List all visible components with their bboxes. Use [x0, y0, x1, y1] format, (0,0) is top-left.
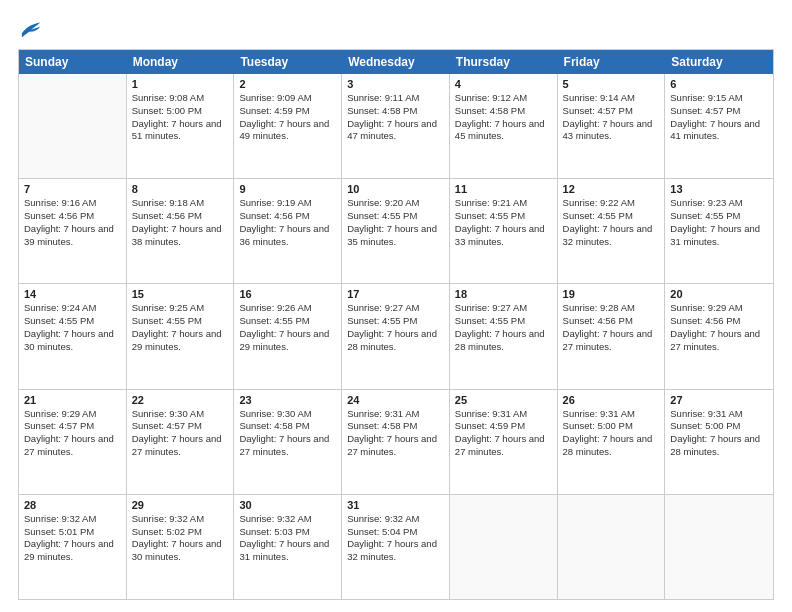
day-number: 21 — [24, 394, 121, 406]
day-number: 28 — [24, 499, 121, 511]
cell-info-line: Daylight: 7 hours and 27 minutes. — [239, 433, 336, 459]
calendar-cell: 6Sunrise: 9:15 AMSunset: 4:57 PMDaylight… — [665, 74, 773, 178]
cell-info-line: Sunset: 4:55 PM — [347, 315, 444, 328]
cell-info-line: Sunrise: 9:28 AM — [563, 302, 660, 315]
cell-info-line: Sunrise: 9:24 AM — [24, 302, 121, 315]
day-number: 19 — [563, 288, 660, 300]
day-number: 20 — [670, 288, 768, 300]
cell-info-line: Sunrise: 9:21 AM — [455, 197, 552, 210]
day-number: 27 — [670, 394, 768, 406]
cell-info-line: Daylight: 7 hours and 28 minutes. — [563, 433, 660, 459]
calendar-cell: 26Sunrise: 9:31 AMSunset: 5:00 PMDayligh… — [558, 390, 666, 494]
calendar-cell: 30Sunrise: 9:32 AMSunset: 5:03 PMDayligh… — [234, 495, 342, 599]
calendar-cell: 19Sunrise: 9:28 AMSunset: 4:56 PMDayligh… — [558, 284, 666, 388]
cell-info-line: Sunset: 4:55 PM — [670, 210, 768, 223]
day-number: 30 — [239, 499, 336, 511]
cell-info-line: Sunrise: 9:12 AM — [455, 92, 552, 105]
day-number: 25 — [455, 394, 552, 406]
cell-info-line: Sunset: 4:56 PM — [24, 210, 121, 223]
calendar-cell: 27Sunrise: 9:31 AMSunset: 5:00 PMDayligh… — [665, 390, 773, 494]
calendar-cell: 14Sunrise: 9:24 AMSunset: 4:55 PMDayligh… — [19, 284, 127, 388]
week-row-4: 21Sunrise: 9:29 AMSunset: 4:57 PMDayligh… — [19, 390, 773, 495]
day-number: 26 — [563, 394, 660, 406]
day-of-week-sunday: Sunday — [19, 50, 127, 74]
cell-info-line: Sunrise: 9:32 AM — [132, 513, 229, 526]
cell-info-line: Sunset: 4:56 PM — [132, 210, 229, 223]
cell-info-line: Sunset: 4:58 PM — [455, 105, 552, 118]
cell-info-line: Sunrise: 9:31 AM — [563, 408, 660, 421]
day-number: 8 — [132, 183, 229, 195]
day-number: 14 — [24, 288, 121, 300]
calendar-cell: 21Sunrise: 9:29 AMSunset: 4:57 PMDayligh… — [19, 390, 127, 494]
cell-info-line: Sunrise: 9:31 AM — [455, 408, 552, 421]
calendar-cell — [450, 495, 558, 599]
calendar: SundayMondayTuesdayWednesdayThursdayFrid… — [18, 49, 774, 600]
cell-info-line: Sunset: 5:02 PM — [132, 526, 229, 539]
calendar-cell: 20Sunrise: 9:29 AMSunset: 4:56 PMDayligh… — [665, 284, 773, 388]
week-row-5: 28Sunrise: 9:32 AMSunset: 5:01 PMDayligh… — [19, 495, 773, 599]
cell-info-line: Sunrise: 9:20 AM — [347, 197, 444, 210]
day-of-week-wednesday: Wednesday — [342, 50, 450, 74]
cell-info-line: Sunset: 4:55 PM — [347, 210, 444, 223]
cell-info-line: Daylight: 7 hours and 29 minutes. — [239, 328, 336, 354]
day-number: 22 — [132, 394, 229, 406]
cell-info-line: Sunrise: 9:31 AM — [670, 408, 768, 421]
cell-info-line: Sunrise: 9:31 AM — [347, 408, 444, 421]
calendar-cell: 2Sunrise: 9:09 AMSunset: 4:59 PMDaylight… — [234, 74, 342, 178]
day-number: 12 — [563, 183, 660, 195]
cell-info-line: Sunrise: 9:14 AM — [563, 92, 660, 105]
cell-info-line: Daylight: 7 hours and 36 minutes. — [239, 223, 336, 249]
calendar-cell: 24Sunrise: 9:31 AMSunset: 4:58 PMDayligh… — [342, 390, 450, 494]
day-number: 2 — [239, 78, 336, 90]
cell-info-line: Daylight: 7 hours and 27 minutes. — [347, 433, 444, 459]
cell-info-line: Daylight: 7 hours and 30 minutes. — [24, 328, 121, 354]
cell-info-line: Sunset: 4:57 PM — [670, 105, 768, 118]
calendar-header: SundayMondayTuesdayWednesdayThursdayFrid… — [19, 50, 773, 74]
week-row-2: 7Sunrise: 9:16 AMSunset: 4:56 PMDaylight… — [19, 179, 773, 284]
cell-info-line: Daylight: 7 hours and 29 minutes. — [24, 538, 121, 564]
day-number: 4 — [455, 78, 552, 90]
day-number: 11 — [455, 183, 552, 195]
cell-info-line: Sunset: 4:56 PM — [670, 315, 768, 328]
cell-info-line: Daylight: 7 hours and 28 minutes. — [670, 433, 768, 459]
cell-info-line: Sunrise: 9:09 AM — [239, 92, 336, 105]
logo-text — [18, 18, 42, 39]
cell-info-line: Sunrise: 9:29 AM — [24, 408, 121, 421]
calendar-cell: 7Sunrise: 9:16 AMSunset: 4:56 PMDaylight… — [19, 179, 127, 283]
day-number: 31 — [347, 499, 444, 511]
calendar-cell: 9Sunrise: 9:19 AMSunset: 4:56 PMDaylight… — [234, 179, 342, 283]
day-number: 1 — [132, 78, 229, 90]
cell-info-line: Sunset: 4:56 PM — [563, 315, 660, 328]
cell-info-line: Sunrise: 9:32 AM — [24, 513, 121, 526]
cell-info-line: Sunset: 5:01 PM — [24, 526, 121, 539]
calendar-cell: 18Sunrise: 9:27 AMSunset: 4:55 PMDayligh… — [450, 284, 558, 388]
calendar-cell: 11Sunrise: 9:21 AMSunset: 4:55 PMDayligh… — [450, 179, 558, 283]
cell-info-line: Sunset: 5:00 PM — [132, 105, 229, 118]
cell-info-line: Sunrise: 9:18 AM — [132, 197, 229, 210]
day-number: 10 — [347, 183, 444, 195]
calendar-cell: 3Sunrise: 9:11 AMSunset: 4:58 PMDaylight… — [342, 74, 450, 178]
cell-info-line: Sunset: 4:55 PM — [563, 210, 660, 223]
calendar-cell: 1Sunrise: 9:08 AMSunset: 5:00 PMDaylight… — [127, 74, 235, 178]
cell-info-line: Daylight: 7 hours and 45 minutes. — [455, 118, 552, 144]
cell-info-line: Daylight: 7 hours and 31 minutes. — [670, 223, 768, 249]
calendar-cell — [665, 495, 773, 599]
calendar-cell: 12Sunrise: 9:22 AMSunset: 4:55 PMDayligh… — [558, 179, 666, 283]
cell-info-line: Daylight: 7 hours and 27 minutes. — [132, 433, 229, 459]
cell-info-line: Sunrise: 9:15 AM — [670, 92, 768, 105]
cell-info-line: Sunrise: 9:27 AM — [347, 302, 444, 315]
cell-info-line: Sunset: 4:57 PM — [132, 420, 229, 433]
cell-info-line: Sunrise: 9:30 AM — [239, 408, 336, 421]
week-row-1: 1Sunrise: 9:08 AMSunset: 5:00 PMDaylight… — [19, 74, 773, 179]
day-number: 3 — [347, 78, 444, 90]
cell-info-line: Daylight: 7 hours and 31 minutes. — [239, 538, 336, 564]
cell-info-line: Daylight: 7 hours and 27 minutes. — [670, 328, 768, 354]
cell-info-line: Sunrise: 9:26 AM — [239, 302, 336, 315]
day-number: 29 — [132, 499, 229, 511]
cell-info-line: Sunrise: 9:30 AM — [132, 408, 229, 421]
cell-info-line: Sunrise: 9:08 AM — [132, 92, 229, 105]
day-number: 18 — [455, 288, 552, 300]
cell-info-line: Daylight: 7 hours and 38 minutes. — [132, 223, 229, 249]
cell-info-line: Daylight: 7 hours and 29 minutes. — [132, 328, 229, 354]
cell-info-line: Daylight: 7 hours and 32 minutes. — [347, 538, 444, 564]
